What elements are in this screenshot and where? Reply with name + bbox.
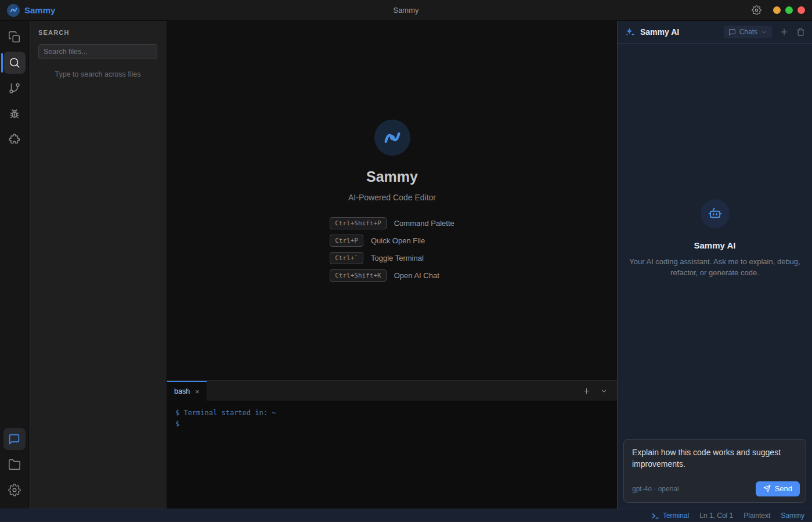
terminal-panel: bash × $ Terminal started in: ~ $ (167, 380, 617, 509)
puzzle-icon (8, 133, 21, 146)
main-row: SEARCH Type to search across files Sammy… (0, 21, 812, 509)
chat-bubble-icon (728, 28, 736, 36)
activitybar-debug[interactable] (3, 103, 26, 125)
terminal-line: $ (175, 419, 609, 430)
shortcut-list: Ctrl+Shift+P Command Palette Ctrl+P Quic… (330, 217, 454, 282)
activitybar-source-control[interactable] (3, 77, 26, 99)
new-chat-plus-icon[interactable] (779, 27, 789, 37)
new-terminal-plus-icon[interactable] (582, 387, 591, 395)
terminal-prompt-icon (651, 512, 659, 520)
gear-icon (8, 484, 21, 496)
terminal-line: $ Terminal started in: ~ (175, 408, 609, 419)
send-button[interactable]: Send (756, 481, 800, 496)
send-icon (763, 485, 771, 492)
model-label: gpt-4o · openai (632, 485, 679, 493)
close-dot[interactable] (797, 6, 805, 14)
terminal-tab-label: bash (174, 387, 190, 395)
window-title: Sammy (393, 6, 418, 15)
titlebar: Sammy Sammy (0, 0, 812, 21)
close-icon[interactable]: × (195, 388, 200, 395)
welcome-subtitle: AI-Powered Code Editor (348, 193, 436, 202)
app-logo-icon (7, 4, 20, 17)
kbd-keys: Ctrl+P (330, 235, 363, 247)
chats-dropdown-button[interactable]: Chats (724, 26, 772, 38)
kbd-keys: Ctrl+` (330, 252, 363, 264)
terminal-output[interactable]: $ Terminal started in: ~ $ (167, 401, 617, 509)
statusbar-terminal[interactable]: Terminal (651, 512, 689, 520)
maximize-dot[interactable] (785, 6, 793, 14)
titlebar-settings-gear-icon[interactable] (752, 5, 762, 15)
ai-panel-header: Sammy AI Chats (618, 21, 812, 44)
activitybar-settings[interactable] (3, 479, 26, 501)
ai-empty-state: Sammy AI Your AI coding assistant. Ask m… (618, 44, 812, 433)
activity-bar (0, 21, 29, 509)
minimize-dot[interactable] (773, 6, 781, 14)
search-hint: Type to search across files (38, 70, 157, 78)
statusbar-cursor-position[interactable]: Ln 1, Col 1 (699, 512, 733, 520)
ai-empty-description: Your AI coding assistant. Ask me to expl… (628, 256, 802, 278)
chats-label: Chats (739, 28, 757, 36)
ai-empty-title: Sammy AI (694, 240, 736, 250)
shortcut-command-palette: Ctrl+Shift+P Command Palette (330, 217, 454, 229)
ai-composer: Explain how this code works and suggest … (618, 433, 812, 509)
terminal-chevron-down-icon[interactable] (600, 387, 608, 395)
status-bar: Terminal Ln 1, Col 1 Plaintext Sammy (0, 509, 812, 522)
activitybar-folder[interactable] (3, 453, 26, 476)
shortcut-label: Quick Open File (371, 236, 425, 245)
welcome-screen: Sammy AI-Powered Code Editor Ctrl+Shift+… (167, 21, 617, 380)
delete-chat-trash-icon[interactable] (796, 28, 805, 37)
editor-area: Sammy AI-Powered Code Editor Ctrl+Shift+… (167, 21, 617, 509)
shortcut-label: Command Palette (394, 219, 454, 228)
shortcut-label: Open AI Chat (394, 271, 439, 280)
search-input[interactable] (38, 44, 157, 59)
shortcut-label: Toggle Terminal (371, 254, 424, 262)
send-label: Send (775, 484, 792, 493)
bug-icon (8, 107, 21, 120)
statusbar-brand[interactable]: Sammy (781, 512, 804, 520)
git-branch-icon (8, 82, 21, 95)
ai-message-input[interactable]: Explain how this code works and suggest … (624, 440, 806, 478)
statusbar-language-mode[interactable]: Plaintext (744, 512, 770, 520)
kbd-keys: Ctrl+Shift+P (330, 217, 386, 229)
shortcut-open-ai-chat: Ctrl+Shift+K Open AI Chat (330, 269, 439, 282)
chevron-down-icon (761, 29, 767, 35)
terminal-tab-bash[interactable]: bash × (167, 381, 207, 401)
ai-chat-panel: Sammy AI Chats (617, 21, 812, 509)
welcome-logo-wave-icon (374, 120, 410, 156)
terminal-tab-bar: bash × (167, 381, 617, 401)
activitybar-extensions[interactable] (3, 128, 26, 150)
search-icon (8, 56, 21, 69)
search-panel: SEARCH Type to search across files (29, 21, 167, 509)
kbd-keys: Ctrl+Shift+K (330, 269, 386, 282)
brand: Sammy (7, 4, 55, 17)
statusbar-terminal-label: Terminal (663, 512, 689, 520)
brand-name: Sammy (24, 5, 55, 15)
search-panel-title: SEARCH (38, 29, 157, 36)
activitybar-search[interactable] (3, 52, 26, 74)
activitybar-ai-chat[interactable] (3, 428, 26, 450)
welcome-title: Sammy (366, 168, 418, 185)
app-window: Sammy Sammy (0, 0, 812, 522)
chat-icon (8, 433, 20, 445)
ai-panel-title: Sammy AI (640, 27, 679, 37)
activitybar-explorer[interactable] (3, 26, 26, 48)
shortcut-quick-open: Ctrl+P Quick Open File (330, 235, 425, 247)
shortcut-toggle-terminal: Ctrl+` Toggle Terminal (330, 252, 424, 264)
folder-icon (8, 458, 21, 471)
sparkles-icon (625, 27, 636, 38)
files-icon (8, 31, 21, 44)
robot-icon (701, 199, 730, 228)
